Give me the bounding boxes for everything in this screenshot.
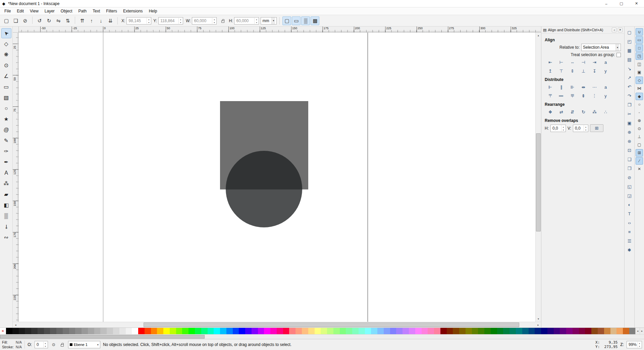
palette-swatch[interactable]	[346, 328, 352, 334]
snap-grids-button[interactable]: ⊞	[636, 149, 643, 157]
arrange-connector-network-button[interactable]: ❖	[545, 108, 555, 116]
eraser-tool[interactable]: ▰	[1, 189, 11, 200]
snap-bbox-edge-midpoints-button[interactable]: ◫	[636, 60, 643, 68]
move-patterns-toggle[interactable]: ▩	[311, 16, 319, 25]
snap-guides-button[interactable]: ∕	[636, 157, 643, 165]
palette-swatch[interactable]	[440, 328, 447, 334]
palette-swatch[interactable]	[302, 328, 308, 334]
palette-swatch[interactable]	[132, 328, 138, 334]
snap-bounding-box-button[interactable]: ▭	[636, 36, 643, 44]
node-editor-tool[interactable]: ◇	[1, 39, 11, 49]
palette-swatch[interactable]	[554, 328, 560, 334]
spinner-arrows[interactable]	[561, 125, 565, 131]
palette-swatch[interactable]	[466, 328, 472, 334]
palette-swatch[interactable]	[315, 328, 321, 334]
align-bottom-edges-to-top-of-anchor-button[interactable]: ↥	[545, 67, 555, 75]
palette-swatch[interactable]	[38, 328, 44, 334]
palette-swatch[interactable]	[289, 328, 296, 334]
horizontal-scrollbar-thumb[interactable]	[144, 322, 519, 327]
fill-stroke-dialog-button[interactable]: ◐	[626, 201, 634, 209]
scale-corners-toggle[interactable]: ▭	[292, 16, 301, 25]
dropper-tool[interactable]: ⊸	[1, 222, 11, 232]
palette-swatch[interactable]	[214, 328, 220, 334]
align-bottom-edges-button[interactable]: ⊥	[579, 67, 588, 75]
vertical-scrollbar-thumb[interactable]	[536, 133, 541, 231]
palette-swatch[interactable]	[365, 328, 371, 334]
unlink-clone-button[interactable]: ⊘	[626, 173, 634, 181]
palette-swatch[interactable]	[56, 328, 63, 334]
rotate-cw-button[interactable]: ↻	[45, 16, 53, 25]
palette-swatch[interactable]	[176, 328, 182, 334]
palette-scroll-right-arrow[interactable]: ▸	[640, 328, 644, 334]
palette-swatch[interactable]	[453, 328, 459, 334]
unit-select[interactable]: mm ▾	[261, 17, 277, 25]
palette-swatch[interactable]	[270, 328, 277, 334]
redo-button[interactable]: ↷	[626, 92, 634, 100]
align-text-anchors-horizontal-button[interactable]: a	[601, 58, 610, 66]
ungroup-objects-button[interactable]: ◲	[626, 191, 634, 200]
palette-swatch[interactable]	[6, 328, 12, 334]
palette-swatch[interactable]	[497, 328, 503, 334]
snap-smooth-nodes-button[interactable]: ○	[636, 101, 643, 108]
flip-vertical-button[interactable]: ⇅	[63, 16, 72, 25]
no-color-swatch[interactable]: ✕	[0, 328, 6, 334]
menu-extensions[interactable]: Extensions	[120, 8, 146, 14]
distribute-text-baselines-vertically-button[interactable]: y	[601, 92, 610, 100]
palette-swatch[interactable]	[264, 328, 270, 334]
palette-swatch[interactable]	[428, 328, 434, 334]
menu-filters[interactable]: Filters	[103, 8, 120, 14]
menu-help[interactable]: Help	[146, 8, 160, 14]
save-document-button[interactable]: ▦	[626, 46, 634, 54]
palette-swatch[interactable]	[19, 328, 25, 334]
menu-object[interactable]: Object	[58, 8, 75, 14]
randomize-centers-button[interactable]: ⁂	[590, 108, 599, 116]
select-all-layers-button[interactable]: ❏	[11, 16, 20, 25]
distribute-bottom-edges-button[interactable]: ⊩	[545, 92, 555, 100]
create-clone-button[interactable]: ❒	[626, 164, 634, 172]
horizontal-scrollbar[interactable]	[13, 322, 541, 327]
palette-swatch[interactable]	[189, 328, 195, 334]
x-field[interactable]: 98,145	[126, 17, 151, 25]
palette-swatch[interactable]	[371, 328, 377, 334]
palette-swatch[interactable]	[252, 328, 258, 334]
close-button[interactable]: ✕	[629, 0, 644, 7]
palette-swatch[interactable]	[396, 328, 402, 334]
palette-swatch[interactable]	[182, 328, 189, 334]
snap-nodes-button[interactable]: ◇	[636, 77, 643, 84]
distribute-text-anchors-vertically-button[interactable]: ⋯	[590, 92, 599, 100]
snap-guide-intersections-button[interactable]: ✕	[636, 165, 643, 173]
palette-swatch[interactable]	[163, 328, 170, 334]
dock-collapse-button[interactable]: ◃	[612, 28, 616, 32]
selector-tool[interactable]: ➤	[1, 28, 11, 38]
spinner-arrows[interactable]	[147, 18, 151, 24]
palette-scrollbar[interactable]	[0, 334, 644, 339]
group-objects-button[interactable]: ◱	[626, 182, 634, 190]
palette-swatch[interactable]	[277, 328, 283, 334]
palette-swatch[interactable]	[321, 328, 327, 334]
vertical-ruler[interactable]: 255075100125150175200225	[13, 33, 19, 322]
center-on-vertical-axis-button[interactable]: ⇔	[568, 58, 577, 66]
text-tool[interactable]: A	[1, 168, 11, 178]
maximize-button[interactable]: ▢	[614, 0, 629, 7]
snap-bbox-edges-button[interactable]: □	[636, 44, 643, 52]
palette-swatch[interactable]	[598, 328, 604, 334]
palette-swatch[interactable]	[579, 328, 585, 334]
palette-swatch[interactable]	[447, 328, 453, 334]
palette-swatch[interactable]	[220, 328, 226, 334]
snap-bbox-centers-button[interactable]: ▣	[636, 69, 643, 76]
palette-swatch[interactable]	[484, 328, 491, 334]
exchange-clockwise-button[interactable]: ↻	[579, 108, 588, 116]
distribute-text-anchors-horizontally-button[interactable]: ⋯	[590, 83, 599, 91]
center-on-horizontal-axis-button[interactable]: ⇕	[568, 67, 577, 75]
palette-swatch[interactable]	[239, 328, 245, 334]
palette-scroll-left-arrow[interactable]: ◂	[635, 328, 640, 334]
raise-button[interactable]: ↑	[87, 16, 96, 25]
vertical-scrollbar[interactable]	[535, 33, 541, 322]
palette-swatch[interactable]	[384, 328, 390, 334]
align-left-edges-to-right-of-anchor-button[interactable]: ⇥	[590, 58, 599, 66]
palette-swatch[interactable]	[629, 328, 636, 334]
palette-swatch[interactable]	[478, 328, 484, 334]
palette-swatch[interactable]	[422, 328, 428, 334]
import-bitmap-button[interactable]: ↘	[626, 64, 634, 73]
spinner-arrows[interactable]	[212, 18, 216, 24]
